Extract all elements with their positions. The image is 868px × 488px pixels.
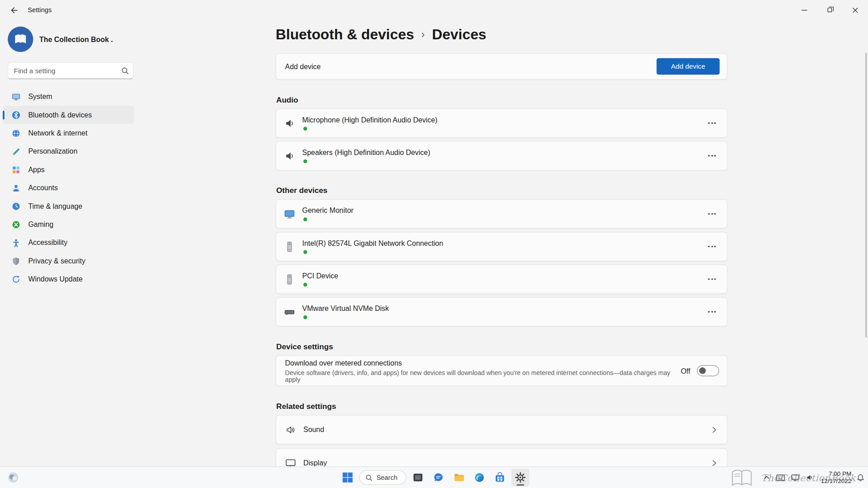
device-name: Microphone (High Definition Audio Device…	[302, 116, 438, 125]
taskbar-search[interactable]: Search	[359, 470, 406, 485]
profile-avatar	[8, 27, 33, 52]
globe-icon	[12, 129, 21, 138]
device-name: Generic Monitor	[302, 206, 354, 216]
window-title: Settings	[28, 6, 52, 14]
chevron-right-icon	[710, 459, 718, 467]
metered-title: Download over metered connections	[285, 359, 681, 368]
taskbar-left	[5, 467, 22, 488]
restore-button[interactable]	[817, 0, 842, 20]
sidebar-item-gaming[interactable]: Gaming	[3, 215, 134, 233]
metered-control: Off	[681, 365, 719, 376]
sidebar-item-apps[interactable]: Apps	[3, 160, 134, 178]
sidebar-item-bluetooth-devices[interactable]: Bluetooth & devices	[3, 106, 134, 124]
section-heading-other-devices: Other devices	[276, 185, 727, 196]
microsoft-store-icon[interactable]	[491, 469, 509, 486]
sidebar-item-label: Accessibility	[28, 239, 67, 247]
sidebar: The Collection Book . System Bluetooth &…	[0, 20, 142, 466]
search-input[interactable]	[8, 62, 133, 79]
minimize-button[interactable]	[792, 0, 817, 20]
section-heading-device-settings: Device settings	[276, 341, 727, 352]
device-info: Intel(R) 82574L Gigabit Network Connecti…	[302, 239, 443, 254]
taskbar-search-label: Search	[377, 474, 398, 481]
more-options-button[interactable]	[705, 206, 719, 221]
watermark-book-icon	[730, 469, 755, 488]
device-row-nvme-disk: VMware Virtual NVMe Disk	[276, 297, 727, 327]
hidden-icons-chevron-icon[interactable]	[762, 473, 771, 482]
sidebar-item-label: Network & internet	[28, 129, 87, 137]
status-dot-connected	[303, 315, 307, 319]
sidebar-item-accounts[interactable]: Accounts	[3, 179, 134, 197]
related-row-sound[interactable]: Sound	[276, 415, 727, 444]
notifications-bell-icon[interactable]	[855, 472, 866, 483]
add-device-button[interactable]: Add device	[656, 58, 719, 75]
vertical-scrollbar[interactable]	[865, 52, 867, 338]
sidebar-item-time-language[interactable]: Time & language	[3, 197, 134, 215]
start-button[interactable]	[339, 469, 356, 486]
edge-browser-icon[interactable]	[471, 469, 488, 486]
metered-toggle[interactable]	[697, 365, 719, 376]
bluetooth-icon	[12, 110, 21, 119]
device-info: PCI Device	[302, 272, 339, 286]
breadcrumb-parent[interactable]: Bluetooth & devices	[276, 26, 414, 43]
back-button[interactable]	[5, 2, 24, 18]
accessibility-person-icon	[12, 238, 21, 247]
sidebar-item-network-internet[interactable]: Network & internet	[3, 124, 134, 142]
settings-app-icon[interactable]	[511, 469, 529, 486]
sidebar-item-label: Privacy & security	[28, 257, 85, 265]
more-options-button[interactable]	[705, 272, 719, 286]
sidebar-item-label: Bluetooth & devices	[28, 111, 92, 119]
close-button[interactable]	[843, 0, 868, 20]
task-view-icon[interactable]	[409, 469, 427, 486]
device-info: Microphone (High Definition Audio Device…	[302, 116, 438, 131]
sidebar-item-accessibility[interactable]: Accessibility	[3, 234, 134, 252]
status-dot-connected	[303, 250, 307, 254]
sidebar-item-system[interactable]: System	[3, 87, 134, 105]
section-heading-related-settings: Related settings	[276, 401, 727, 412]
touch-keyboard-icon[interactable]	[775, 473, 786, 482]
sidebar-item-label: Accounts	[28, 184, 57, 192]
apps-grid-icon	[12, 165, 21, 174]
taskbar-clock[interactable]: 7:00 PM 12/17/2022	[821, 470, 851, 485]
more-options-button[interactable]	[705, 116, 719, 131]
device-row-microphone: Microphone (High Definition Audio Device…	[276, 108, 727, 138]
sidebar-item-privacy-security[interactable]: Privacy & security	[3, 252, 134, 270]
metered-connections-card: Download over metered connections Device…	[276, 355, 727, 386]
restore-icon	[828, 8, 832, 12]
device-row-generic-monitor: Generic Monitor	[276, 199, 727, 229]
clock-date: 12/17/2022	[821, 478, 851, 485]
sidebar-item-personalization[interactable]: Personalization	[3, 142, 134, 160]
pc-tower-icon	[284, 241, 295, 252]
titlebar: Settings	[0, 0, 868, 20]
sidebar-item-windows-update[interactable]: Windows Update	[3, 270, 134, 288]
clock-icon	[12, 202, 21, 211]
more-options-button[interactable]	[705, 149, 719, 163]
settings-nav: System Bluetooth & devices Network & int…	[3, 87, 134, 288]
profile: The Collection Book .	[8, 27, 113, 52]
file-explorer-icon[interactable]	[450, 469, 468, 486]
taskbar-center: Search	[339, 467, 529, 488]
breadcrumb: Bluetooth & devices › Devices	[276, 24, 727, 44]
status-dot-connected	[303, 217, 307, 221]
selected-accent-bar	[3, 110, 5, 119]
volume-icon[interactable]	[804, 473, 815, 483]
sidebar-item-label: Gaming	[28, 220, 53, 228]
search-icon	[121, 67, 129, 77]
main-content: Bluetooth & devices › Devices Add device…	[276, 20, 727, 481]
search-icon	[365, 474, 373, 481]
metered-text: Download over metered connections Device…	[285, 359, 681, 383]
toggle-knob-icon	[699, 367, 706, 374]
breadcrumb-separator-icon: ›	[421, 29, 425, 41]
more-options-button[interactable]	[705, 239, 719, 254]
more-options-button[interactable]	[705, 305, 719, 319]
chat-icon[interactable]	[429, 469, 447, 486]
shield-icon	[12, 257, 21, 266]
sidebar-item-label: Personalization	[28, 147, 77, 155]
add-device-card: Add device Add device	[276, 53, 727, 80]
taskbar: Search	[0, 466, 868, 488]
network-icon[interactable]	[790, 473, 800, 482]
widgets-icon[interactable]	[5, 469, 22, 486]
add-device-label: Add device	[285, 62, 321, 70]
device-row-speakers: Speakers (High Definition Audio Device)	[276, 141, 727, 170]
section-heading-audio: Audio	[276, 94, 727, 105]
taskbar-tray: 7:00 PM 12/17/2022	[762, 467, 866, 488]
